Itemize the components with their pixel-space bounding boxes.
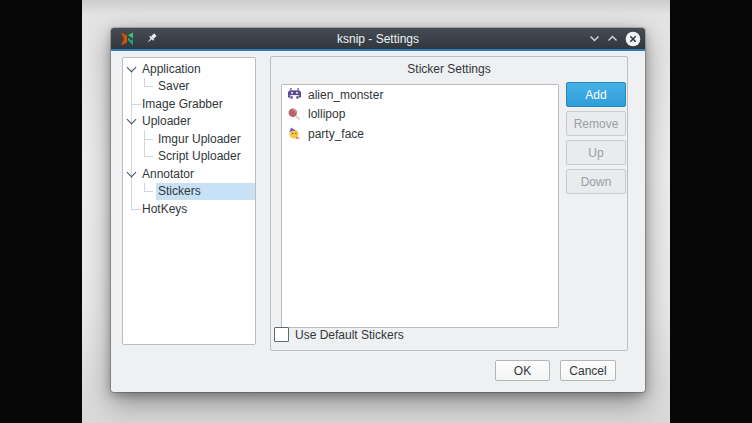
titlebar[interactable]: ksnip - Settings (111, 28, 645, 51)
list-item-alien-monster[interactable]: alien_monster (282, 85, 558, 105)
tree-item-image-grabber[interactable]: Image Grabber (123, 95, 255, 113)
checkbox-checked-icon[interactable] (274, 327, 289, 342)
down-button[interactable]: Down (566, 169, 626, 194)
tree-item-uploader[interactable]: Uploader (123, 113, 255, 131)
screenshot-root: ksnip - Settings (0, 0, 752, 423)
window-title: ksnip - Settings (111, 32, 645, 46)
minimize-button[interactable] (589, 35, 600, 42)
ok-button[interactable]: OK (495, 360, 550, 381)
maximize-button[interactable] (607, 35, 618, 42)
group-title: Sticker Settings (271, 62, 627, 76)
tree-branch (144, 148, 156, 166)
up-button[interactable]: Up (566, 140, 626, 165)
use-default-stickers-row[interactable]: Use Default Stickers (274, 327, 404, 342)
chevron-down-icon[interactable] (127, 167, 137, 177)
chevron-down-icon[interactable] (127, 115, 137, 125)
list-item-label: alien_monster (308, 88, 383, 102)
tree-item-imgur-uploader[interactable]: Imgur Uploader (123, 130, 255, 148)
list-item-label: party_face (308, 127, 364, 141)
checkbox-label: Use Default Stickers (295, 328, 404, 342)
tree-item-annotator[interactable]: Annotator (123, 165, 255, 183)
tree-item-application[interactable]: Application (123, 60, 255, 78)
tree-item-saver[interactable]: Saver (123, 78, 255, 96)
tree-item-stickers[interactable]: Stickers (123, 183, 255, 201)
tree-branch (144, 183, 156, 201)
tree-item-script-uploader[interactable]: Script Uploader (123, 148, 255, 166)
remove-button[interactable]: Remove (566, 111, 626, 136)
list-item-party-face[interactable]: party_face (282, 124, 558, 144)
lollipop-icon (288, 108, 301, 121)
settings-tree: Application Saver Image Grabber Uploader… (122, 57, 256, 345)
close-button[interactable] (625, 31, 641, 47)
tree-branch (144, 78, 156, 96)
tree-branch (144, 130, 156, 148)
window-controls (589, 28, 641, 49)
party-face-icon (288, 127, 301, 140)
add-button[interactable]: Add (566, 82, 626, 107)
list-item-label: lollipop (308, 107, 345, 121)
selected-tree-item-label: Stickers (156, 183, 255, 201)
list-item-lollipop[interactable]: lollipop (282, 105, 558, 125)
alien-monster-icon (288, 88, 301, 101)
chevron-down-icon[interactable] (127, 62, 137, 72)
settings-dialog: ksnip - Settings (111, 28, 645, 392)
tree-item-hotkeys[interactable]: HotKeys (123, 200, 255, 218)
sticker-list[interactable]: alien_monster lollipop (281, 84, 559, 328)
sticker-settings-group: Sticker Settings (270, 56, 628, 351)
cancel-button[interactable]: Cancel (560, 360, 616, 381)
